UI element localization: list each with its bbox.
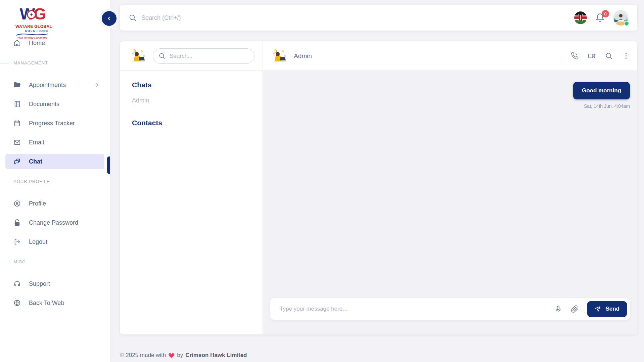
sidebar-item-label: Email [29, 139, 100, 146]
message-input-bar: Send [270, 298, 630, 320]
lock-open-icon [13, 219, 21, 226]
sidebar-item-label: Back To Web [29, 300, 100, 307]
conversation-title: Admin [294, 52, 312, 60]
headset-icon [13, 280, 21, 287]
video-icon[interactable] [588, 52, 596, 60]
chevron-left-icon [106, 15, 112, 22]
folder-icon [13, 81, 21, 89]
globe-icon [13, 299, 21, 307]
send-button[interactable]: Send [587, 301, 627, 317]
sidebar-item-chat[interactable]: Chat [5, 154, 104, 169]
footer-company[interactable]: Crimson Hawk Limited [185, 352, 247, 359]
document-icon [13, 100, 21, 108]
chat-sidebar-header [120, 41, 263, 71]
online-status-dot [624, 21, 629, 26]
search-icon[interactable] [605, 52, 613, 60]
sidebar-item-home[interactable]: Home [5, 35, 104, 51]
brand-logo[interactable]: WG ✈ WATARE GLOBAL SOLUTIONS Your Destin… [15, 5, 49, 40]
active-item-edge-bar [107, 156, 110, 174]
microphone-icon[interactable] [554, 305, 562, 313]
sidebar-nav: Home MANAGEMENT Appointments Documents [0, 35, 110, 314]
logout-icon [13, 238, 21, 245]
phone-call-icon[interactable] [571, 52, 579, 60]
sidebar-item-label: Home [29, 40, 100, 47]
heart-icon [168, 352, 175, 359]
sidebar-item-label: Progress Tracker [29, 120, 100, 127]
sidebar-item-logout[interactable]: Logout [5, 234, 104, 250]
more-vertical-icon[interactable] [622, 52, 630, 60]
airplane-badge-icon: ✈ [27, 10, 36, 19]
brand-subname: SOLUTIONS [15, 29, 49, 33]
user-avatar[interactable] [613, 10, 629, 26]
search-icon [158, 52, 166, 59]
topbar-actions: 0 [574, 10, 629, 26]
brand-name: WATARE GLOBAL [15, 24, 49, 29]
conversation-header: Admin [263, 41, 637, 71]
chat-sidebar: Chats Admin Contacts [120, 41, 263, 334]
notification-count-badge: 0 [602, 10, 609, 17]
sidebar-item-appointments[interactable]: Appointments [5, 77, 104, 93]
message-bubble: Good morning [573, 82, 630, 99]
calendar-icon [13, 120, 21, 127]
chat-lists: Chats Admin Contacts [120, 71, 263, 127]
topbar: 0 [120, 5, 637, 31]
notification-bell-icon[interactable]: 0 [595, 13, 605, 23]
chat-search-box [153, 48, 255, 64]
brand-monogram: WG ✈ [15, 5, 49, 24]
footer-text-by: by [177, 352, 183, 359]
message-timestamp: Sat, 14th Jun. 4:04am [584, 103, 630, 109]
kenya-flag-icon[interactable] [574, 11, 587, 24]
message-input[interactable] [280, 306, 546, 312]
user-icon [13, 200, 21, 207]
chevron-right-icon [94, 82, 100, 88]
chat-list-item-admin[interactable]: Admin [132, 97, 263, 104]
footer-text-left: © 2025 made with [120, 352, 166, 359]
sidebar-item-label: Support [29, 280, 100, 287]
search-icon[interactable] [129, 14, 137, 22]
sidebar-section-management: MANAGEMENT [5, 60, 104, 66]
sidebar-item-back-to-web[interactable]: Back To Web [5, 295, 104, 311]
home-icon [13, 39, 21, 47]
sidebar-section-misc: MISC [5, 259, 104, 265]
sidebar-collapse-button[interactable] [102, 11, 117, 26]
sidebar-section-your-profile: YOUR PROFILE [5, 179, 104, 185]
sidebar-item-profile[interactable]: Profile [5, 196, 104, 211]
chat-search-input[interactable] [170, 53, 249, 59]
app-screen: WG ✈ WATARE GLOBAL SOLUTIONS Your Destin… [0, 0, 644, 362]
conversation-actions [571, 52, 630, 60]
sidebar-item-documents[interactable]: Documents [5, 96, 104, 112]
sidebar: WG ✈ WATARE GLOBAL SOLUTIONS Your Destin… [0, 0, 110, 362]
sidebar-item-support[interactable]: Support [5, 276, 104, 291]
sidebar-item-change-password[interactable]: Change Password [5, 215, 104, 230]
sidebar-item-label: Appointments [29, 82, 94, 89]
message-area: Good morning Sat, 14th Jun. 4:04am [263, 71, 637, 334]
sidebar-item-email[interactable]: Email [5, 135, 104, 150]
sidebar-item-label: Logout [29, 238, 100, 245]
sidebar-item-label: Documents [29, 101, 100, 108]
paperclip-icon[interactable] [571, 305, 579, 313]
chat-card: Chats Admin Contacts Admin [120, 41, 637, 334]
chat-icon [13, 158, 21, 165]
contact-avatar-illustration[interactable] [272, 48, 287, 64]
footer: © 2025 made with by Crimson Hawk Limited [120, 352, 247, 359]
mail-icon [13, 139, 21, 146]
message-row-outgoing: Good morning Sat, 14th Jun. 4:04am [263, 71, 637, 109]
global-search-input[interactable] [141, 14, 574, 21]
sidebar-item-progress-tracker[interactable]: Progress Tracker [5, 116, 104, 131]
sidebar-item-label: Profile [29, 200, 100, 207]
sidebar-item-label: Chat [29, 158, 100, 165]
send-button-label: Send [605, 306, 619, 312]
contacts-heading: Contacts [132, 119, 263, 127]
send-plane-icon [595, 306, 602, 312]
my-avatar-illustration[interactable] [131, 48, 146, 64]
conversation-pane: Admin Go [263, 41, 637, 334]
sidebar-item-label: Change Password [29, 219, 100, 226]
chats-heading: Chats [132, 81, 263, 89]
